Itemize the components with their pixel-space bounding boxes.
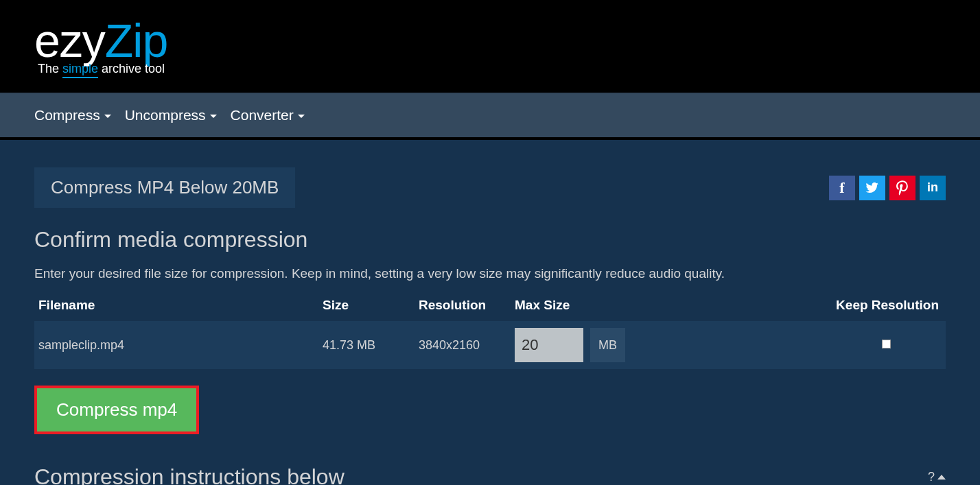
table-row: sampleclip.mp4 41.73 MB 3840x2160 MB [34,321,946,369]
header-resolution: Resolution [419,298,515,313]
maxsize-input[interactable] [515,328,583,362]
pinterest-icon [896,180,909,196]
tab-compress-mp4[interactable]: Compress MP4 Below 20MB [34,167,295,208]
header-filename: Filename [34,298,323,313]
main-content: Compress MP4 Below 20MB f in Confirm med… [0,140,980,485]
keep-resolution-checkbox[interactable] [882,340,891,348]
form-description: Enter your desired file size for compres… [34,266,946,281]
instructions-row: Compression instructions below ? [34,464,946,485]
form-title: Confirm media compression [34,227,946,252]
cell-maxsize: MB [515,328,625,362]
cell-filename: sampleclip.mp4 [34,338,323,353]
cell-keepres [625,339,946,351]
facebook-icon: f [839,179,844,197]
linkedin-icon: in [927,180,938,195]
caret-down-icon [210,115,217,118]
header-keepres: Keep Resolution [625,298,946,313]
pinterest-share[interactable] [889,176,915,200]
header: ezyZip The simple archive tool [0,0,980,93]
media-table: Filename Size Resolution Max Size Keep R… [34,298,946,369]
nav-compress[interactable]: Compress [34,107,111,123]
cell-size: 41.73 MB [323,338,419,353]
logo-ezy: ezy [34,14,105,67]
table-header: Filename Size Resolution Max Size Keep R… [34,298,946,321]
navbar: Compress Uncompress Converter [0,93,980,140]
cell-resolution: 3840x2160 [419,338,515,353]
nav-uncompress[interactable]: Uncompress [125,107,217,123]
tab-row: Compress MP4 Below 20MB f in [34,167,946,208]
header-maxsize: Max Size [515,298,625,313]
social-buttons: f in [829,176,946,200]
facebook-share[interactable]: f [829,176,855,200]
logo-zip: Zip [105,14,167,67]
linkedin-share[interactable]: in [920,176,946,200]
help-icon: ? [928,470,935,484]
tagline-simple: simple [62,62,98,78]
caret-down-icon [104,115,111,118]
compress-button[interactable]: Compress mp4 [34,386,199,434]
logo[interactable]: ezyZip [34,14,946,67]
caret-up-icon [937,475,946,480]
tagline: The simple archive tool [38,62,946,76]
instructions-title: Compression instructions below [34,464,345,485]
help-toggle[interactable]: ? [928,470,946,484]
nav-converter[interactable]: Converter [231,107,305,123]
twitter-icon [865,182,879,193]
maxsize-unit: MB [590,328,625,362]
caret-down-icon [298,115,305,118]
twitter-share[interactable] [859,176,885,200]
header-size: Size [323,298,419,313]
